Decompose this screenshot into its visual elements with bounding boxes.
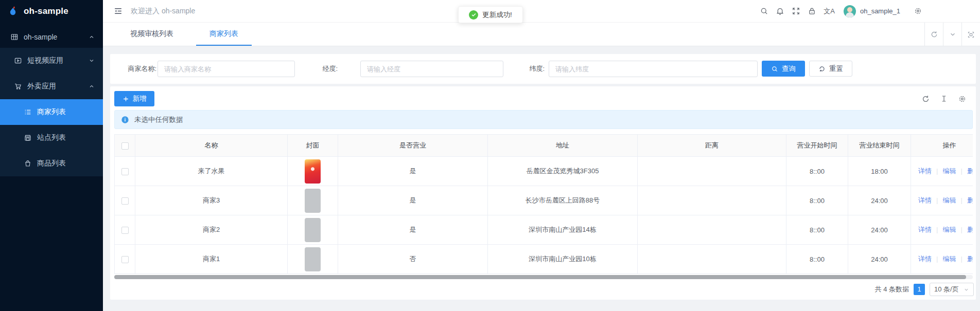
info-icon	[121, 116, 129, 124]
cover-placeholder	[305, 247, 321, 271]
add-button-label: 新增	[133, 94, 147, 103]
bell-icon[interactable]	[776, 7, 784, 15]
sidebar-item-product-list[interactable]: 商品列表	[0, 151, 103, 176]
table-viewport: 名称 封面 是否营业 地址 距离 营业开始时间 营业结束时间 操作	[114, 134, 973, 274]
cell-actions: 详情|编辑|删除	[911, 157, 973, 186]
menu-collapse-icon[interactable]	[113, 6, 123, 16]
sidebar-item-site-list[interactable]: 站点列表	[0, 125, 103, 151]
cell-distance	[638, 245, 786, 274]
tabbar-controls	[924, 23, 980, 46]
tab-label: 视频审核列表	[130, 29, 173, 39]
cover-image	[305, 159, 321, 184]
success-toast: 更新成功!	[458, 6, 523, 23]
longitude-input[interactable]	[360, 61, 503, 77]
detail-link[interactable]: 详情	[918, 167, 932, 175]
col-start-time: 营业开始时间	[786, 135, 848, 157]
refresh-icon[interactable]	[924, 23, 943, 46]
chevron-up-icon	[89, 83, 95, 89]
lock-icon[interactable]	[808, 7, 816, 15]
sidebar-item-takeout-app[interactable]: 外卖应用	[0, 74, 103, 99]
select-all-cell	[115, 135, 135, 157]
delete-link[interactable]: 删除	[967, 196, 973, 204]
cell-end: 24:00	[848, 186, 911, 215]
delete-link[interactable]: 删除	[967, 167, 973, 175]
scrollbar-thumb[interactable]	[114, 275, 966, 279]
search-button[interactable]: 查询	[762, 61, 805, 77]
select-all-checkbox[interactable]	[121, 142, 129, 150]
detail-link[interactable]: 详情	[918, 196, 932, 204]
tab-bar: 视频审核列表 商家列表	[103, 23, 980, 46]
cell-end: 24:00	[848, 215, 911, 245]
success-check-icon	[469, 10, 478, 20]
cell-address: 岳麓区金茂览秀城3F305	[488, 157, 638, 186]
cell-distance	[638, 215, 786, 245]
merchant-name-label: 商家名称:	[120, 61, 156, 77]
reset-button-label: 重置	[829, 64, 843, 74]
edit-link[interactable]: 编辑	[943, 226, 956, 233]
edit-link[interactable]: 编辑	[943, 196, 956, 204]
tab-merchant-list[interactable]: 商家列表	[196, 23, 252, 46]
logo-flame-icon	[7, 5, 19, 17]
longitude-label: 经度:	[314, 61, 338, 77]
row-height-icon[interactable]	[940, 95, 948, 103]
list-icon	[24, 108, 32, 116]
main-area: 欢迎进入 oh-sample 文A oh_sample_1 视频审核	[103, 0, 980, 311]
search-icon[interactable]	[760, 7, 768, 15]
row-checkbox[interactable]	[121, 168, 129, 175]
selection-alert: 未选中任何数据	[114, 110, 973, 129]
col-cover: 封面	[288, 135, 338, 157]
cell-name: 商家3	[135, 186, 288, 215]
welcome-text: 欢迎进入 oh-sample	[131, 7, 195, 16]
col-name: 名称	[135, 135, 288, 157]
refresh-icon[interactable]	[921, 95, 930, 103]
translate-icon[interactable]: 文A	[824, 7, 835, 15]
grid-icon	[10, 33, 19, 41]
edit-link[interactable]: 编辑	[943, 255, 956, 263]
col-end-time: 营业结束时间	[848, 135, 911, 157]
avatar[interactable]	[844, 5, 856, 17]
cell-start: 8::00	[786, 157, 848, 186]
fullscreen-icon[interactable]	[792, 7, 800, 15]
sidebar-item-merchant-list[interactable]: 商家列表	[0, 99, 103, 125]
page-button-1[interactable]: 1	[914, 284, 925, 295]
sidebar-item-short-video-app[interactable]: 短视频应用	[0, 48, 103, 74]
detail-link[interactable]: 详情	[918, 226, 932, 233]
reset-button[interactable]: 重置	[809, 61, 852, 77]
sidebar-item-label: 短视频应用	[27, 56, 63, 65]
latitude-label: 纬度:	[504, 61, 545, 77]
gear-icon[interactable]	[914, 7, 922, 15]
add-button[interactable]: 新增	[114, 91, 154, 106]
row-checkbox[interactable]	[121, 197, 129, 205]
delete-link[interactable]: 删除	[967, 255, 973, 263]
cell-address: 长沙市岳麓区上回路88号	[488, 186, 638, 215]
horizontal-scrollbar[interactable]	[114, 275, 973, 279]
sidebar-item-label: 商品列表	[37, 159, 66, 168]
maximize-icon[interactable]	[961, 23, 980, 46]
table-header-row: 名称 封面 是否营业 地址 距离 营业开始时间 营业结束时间 操作	[115, 135, 973, 157]
merchant-name-input[interactable]	[157, 61, 295, 77]
cell-actions: 详情|编辑|删除	[911, 215, 973, 245]
gear-icon[interactable]	[958, 95, 967, 103]
edit-link[interactable]: 编辑	[943, 167, 956, 175]
sidebar-item-oh-sample[interactable]: oh-sample	[0, 28, 103, 46]
cart-icon	[14, 82, 22, 90]
top-header: 欢迎进入 oh-sample 文A oh_sample_1	[103, 0, 980, 23]
tab-video-review-list[interactable]: 视频审核列表	[117, 23, 187, 46]
cover-placeholder	[305, 218, 321, 242]
row-checkbox[interactable]	[121, 227, 129, 234]
row-checkbox[interactable]	[121, 256, 129, 263]
page-size-value: 10 条/页	[934, 285, 960, 294]
latitude-input[interactable]	[549, 61, 758, 77]
chevron-down-icon[interactable]	[943, 23, 961, 46]
table-row: 商家1 否 深圳市南山产业园10栋 8::00 24:00 详情|编辑|删除	[115, 245, 973, 274]
cell-open: 是	[338, 215, 488, 245]
delete-link[interactable]: 删除	[967, 226, 973, 233]
page-size-select[interactable]: 10 条/页	[930, 283, 974, 296]
cell-name: 来了水果	[135, 157, 288, 186]
cell-start: 8::00	[786, 215, 848, 245]
detail-link[interactable]: 详情	[918, 255, 932, 263]
sidebar: oh-sample oh-sample 短视频应用 外卖应用	[0, 0, 103, 311]
chevron-down-icon	[964, 287, 969, 292]
cell-name: 商家2	[135, 215, 288, 245]
sidebar-item-label: 站点列表	[37, 133, 66, 142]
